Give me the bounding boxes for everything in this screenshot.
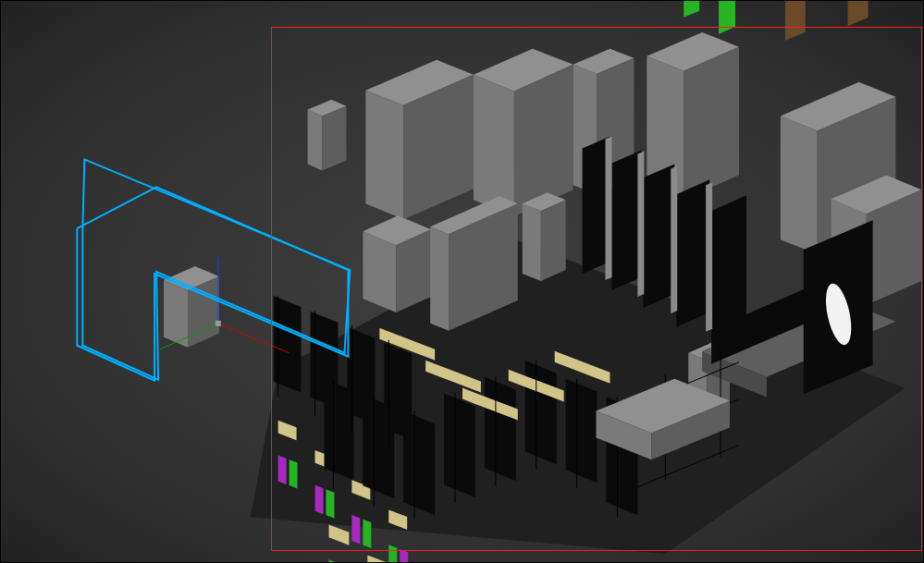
svg-rect-72 (315, 485, 324, 514)
svg-marker-4 (365, 91, 403, 220)
svg-marker-25 (363, 231, 396, 312)
svg-rect-43 (684, 1, 699, 18)
svg-marker-7 (514, 65, 573, 216)
svg-rect-76 (351, 515, 360, 544)
svg-marker-16 (781, 116, 818, 255)
svg-marker-2 (322, 106, 346, 171)
svg-marker-85 (363, 395, 394, 499)
svg-rect-84 (328, 559, 338, 562)
scene-3d[interactable] (1, 1, 923, 562)
svg-rect-73 (326, 489, 334, 518)
svg-marker-96 (485, 377, 516, 482)
svg-marker-8 (474, 75, 514, 216)
svg-marker-40 (643, 164, 674, 307)
svg-rect-83 (328, 524, 349, 545)
svg-marker-1 (308, 110, 323, 171)
svg-rect-56 (848, 1, 869, 26)
svg-rect-86 (367, 555, 388, 562)
svg-marker-99 (525, 361, 557, 465)
svg-marker-89 (403, 411, 435, 516)
svg-marker-22 (164, 280, 188, 348)
svg-marker-49 (706, 182, 712, 331)
svg-rect-69 (290, 459, 298, 488)
svg-rect-55 (785, 1, 806, 41)
svg-marker-42 (676, 179, 709, 326)
svg-marker-32 (523, 203, 541, 281)
svg-marker-14 (684, 47, 739, 199)
svg-marker-38 (611, 150, 641, 290)
svg-marker-47 (637, 151, 644, 296)
svg-rect-45 (719, 1, 735, 34)
svg-marker-48 (671, 165, 677, 312)
svg-rect-80 (388, 545, 397, 562)
selected-spline[interactable] (82, 159, 350, 379)
svg-rect-133 (216, 321, 221, 326)
svg-rect-68 (278, 456, 287, 484)
svg-marker-31 (541, 200, 566, 281)
svg-marker-92 (444, 394, 475, 498)
svg-marker-46 (605, 137, 611, 280)
svg-marker-82 (324, 379, 353, 481)
viewport-perspective[interactable] (0, 0, 924, 563)
svg-rect-81 (400, 549, 408, 562)
svg-marker-103 (566, 379, 598, 483)
svg-marker-28 (430, 226, 449, 331)
svg-rect-77 (363, 520, 371, 548)
